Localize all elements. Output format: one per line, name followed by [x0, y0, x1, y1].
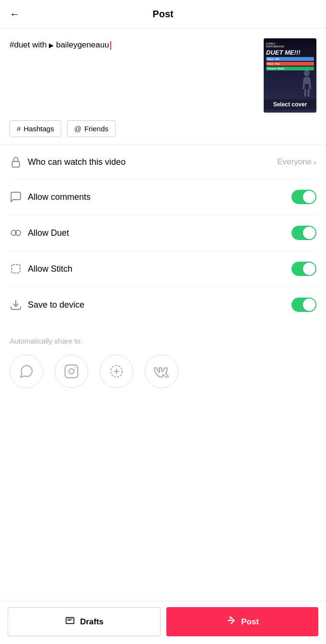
post-icon [226, 615, 236, 628]
hashtag-prefix: #duet with [10, 40, 49, 49]
allow-comments-label: Allow comments [28, 192, 291, 202]
comment-svg [10, 191, 22, 203]
settings-list: Who can watch this video Everyone › Allo… [0, 145, 326, 322]
save-to-device-row: Save to device [10, 287, 316, 322]
whatsapp-icon [19, 364, 34, 379]
video-thumbnail[interactable]: LOVELY POPCORN KAR DUET ME!!! Blue: Me R… [264, 38, 316, 113]
color-tag-blue: Blue: Me [266, 57, 314, 61]
at-icon: @ [74, 125, 82, 133]
svg-rect-6 [12, 264, 20, 273]
share-section: Automatically share to: [0, 322, 326, 398]
allow-duet-toggle[interactable] [291, 226, 316, 240]
bottom-bar: Drafts Post [0, 601, 326, 644]
instagram-icon [64, 364, 79, 379]
save-to-device-label: Save to device [28, 300, 291, 310]
color-tag-red: Red: You [266, 62, 314, 66]
post-label: Post [241, 617, 259, 627]
caption-area: #duet with ▶ baileygeneauu LOVELY POPCOR… [0, 29, 326, 120]
header: ← Post [0, 0, 326, 29]
save-to-device-toggle[interactable] [291, 298, 316, 312]
svg-point-10 [74, 367, 76, 368]
toggle-knob-3 [303, 263, 315, 275]
caption-input-area[interactable]: #duet with ▶ baileygeneauu [10, 38, 256, 51]
hashtags-label: Hashtags [23, 125, 54, 133]
color-tags: Blue: Me Red: You Green: Both [266, 57, 314, 70]
download-svg [10, 299, 22, 311]
who-can-watch-row[interactable]: Who can watch this video Everyone › [10, 145, 316, 179]
svg-rect-8 [65, 365, 78, 378]
overlay-duet-me: DUET ME!!! [266, 49, 314, 56]
friends-label: Friends [84, 125, 108, 133]
post-svg [226, 615, 236, 626]
overlay-popcorn: POPCORN KAR [266, 45, 314, 48]
drafts-label: Drafts [80, 617, 104, 627]
duet-svg [10, 227, 22, 239]
svg-rect-15 [67, 619, 72, 619]
cursor-bar [110, 41, 111, 50]
bottom-spacer [0, 398, 326, 446]
friends-button[interactable]: @ Friends [67, 120, 116, 137]
allow-stitch-label: Allow Stitch [28, 264, 291, 274]
svg-point-9 [69, 369, 74, 374]
svg-point-0 [304, 70, 310, 77]
download-icon [10, 299, 28, 311]
tiktok-share-button[interactable] [100, 355, 133, 388]
vk-button[interactable] [145, 355, 178, 388]
drafts-button[interactable]: Drafts [8, 607, 161, 636]
select-cover-label[interactable]: Select cover [264, 99, 316, 110]
svg-rect-3 [12, 161, 19, 167]
lock-svg [10, 156, 22, 168]
toggle-knob-4 [303, 299, 315, 311]
allow-stitch-row: Allow Stitch [10, 251, 316, 287]
share-label: Automatically share to: [10, 337, 316, 345]
username-text: baileygeneauu [54, 40, 109, 49]
svg-rect-16 [67, 620, 70, 621]
comment-icon [10, 191, 28, 203]
hashtags-button[interactable]: # Hashtags [10, 120, 61, 137]
whatsapp-button[interactable] [10, 355, 43, 388]
person-silhouette-icon [300, 69, 314, 98]
allow-stitch-toggle[interactable] [291, 262, 316, 276]
drafts-svg [65, 615, 75, 626]
back-button[interactable]: ← [10, 8, 20, 21]
page-title: Post [152, 9, 173, 20]
share-icons-row [10, 355, 316, 388]
who-can-watch-label: Who can watch this video [28, 157, 277, 167]
stitch-icon [10, 263, 28, 275]
instagram-button[interactable] [55, 355, 88, 388]
allow-comments-row: Allow comments [10, 179, 316, 215]
toggle-knob [303, 191, 315, 203]
allow-duet-row: Allow Duet [10, 215, 316, 251]
drafts-icon [65, 615, 75, 628]
toggle-knob-2 [303, 227, 315, 239]
play-icon: ▶ [49, 42, 54, 49]
tiktok-share-icon [109, 364, 124, 379]
chevron-right-icon: › [314, 157, 316, 167]
svg-rect-1 [304, 89, 306, 97]
video-overlay-text: LOVELY POPCORN KAR DUET ME!!! Blue: Me R… [266, 42, 314, 70]
allow-duet-label: Allow Duet [28, 228, 291, 238]
allow-comments-toggle[interactable] [291, 190, 316, 204]
lock-icon [10, 156, 28, 168]
tags-row: # Hashtags @ Friends [0, 120, 326, 145]
post-button[interactable]: Post [166, 607, 318, 636]
svg-rect-2 [308, 89, 310, 97]
vk-icon [154, 364, 169, 379]
stitch-svg [10, 263, 22, 275]
who-can-watch-value: Everyone [277, 157, 312, 167]
duet-icon [10, 227, 28, 239]
hashtag-icon: # [17, 125, 21, 133]
